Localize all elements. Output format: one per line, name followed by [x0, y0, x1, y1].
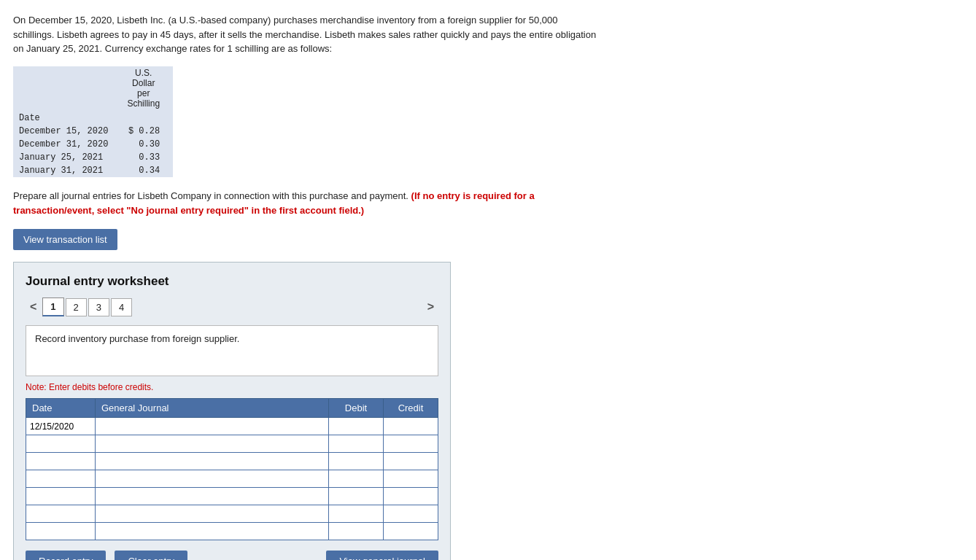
input-date-7[interactable]	[26, 523, 95, 540]
cell-credit-3[interactable]	[384, 453, 438, 470]
transaction-description-text: Record inventory purchase from foreign s…	[35, 333, 239, 344]
input-journal-7[interactable]	[96, 523, 328, 540]
input-journal-5[interactable]	[96, 488, 328, 505]
input-debit-5[interactable]	[329, 488, 383, 505]
exchange-date-3: January 25, 2021	[13, 151, 121, 164]
cell-credit-5[interactable]	[384, 488, 438, 505]
cell-journal-1[interactable]	[96, 418, 329, 435]
table-row	[26, 488, 438, 505]
input-date-6[interactable]	[26, 505, 95, 522]
cell-date-3[interactable]	[26, 453, 96, 470]
input-date-1[interactable]	[26, 418, 95, 435]
cell-debit-1[interactable]	[329, 418, 384, 435]
tab-navigation: < 1 2 3 4 >	[26, 298, 438, 316]
cell-date-2[interactable]	[26, 435, 96, 453]
col-header-debit: Debit	[329, 399, 384, 418]
input-debit-6[interactable]	[329, 505, 383, 522]
view-transaction-list-button[interactable]: View transaction list	[13, 229, 117, 250]
instruction-text: Prepare all journal entries for Lisbeth …	[13, 189, 582, 219]
exchange-date-4: January 31, 2021	[13, 164, 121, 177]
tab-4[interactable]: 4	[111, 298, 132, 316]
table-row	[26, 435, 438, 453]
input-date-5[interactable]	[26, 488, 95, 505]
cell-date-4[interactable]	[26, 470, 96, 488]
input-debit-3[interactable]	[329, 453, 383, 470]
cell-date-6[interactable]	[26, 505, 96, 523]
cell-credit-6[interactable]	[384, 505, 438, 523]
exchange-value-4: 0.34	[121, 164, 173, 177]
exchange-value-header: U.S.DollarperSchilling	[121, 66, 173, 112]
table-row	[26, 418, 438, 435]
input-date-3[interactable]	[26, 453, 95, 470]
table-row	[26, 523, 438, 540]
cell-date-7[interactable]	[26, 523, 96, 540]
cell-credit-4[interactable]	[384, 470, 438, 488]
input-journal-3[interactable]	[96, 453, 328, 470]
input-credit-3[interactable]	[384, 453, 438, 470]
input-credit-1[interactable]	[384, 418, 438, 435]
exchange-label-date: Date	[13, 112, 121, 125]
instruction-normal: Prepare all journal entries for Lisbeth …	[13, 190, 408, 201]
cell-debit-7[interactable]	[329, 523, 384, 540]
problem-text: On December 15, 2020, Lisbeth Inc. (a U.…	[13, 13, 597, 56]
input-debit-2[interactable]	[329, 435, 383, 452]
cell-date-5[interactable]	[26, 488, 96, 505]
input-journal-2[interactable]	[96, 435, 328, 452]
input-journal-1[interactable]	[96, 418, 328, 435]
tab-next-button[interactable]: >	[423, 299, 438, 315]
action-buttons: Record entry Clear entry View general jo…	[26, 551, 438, 560]
cell-journal-5[interactable]	[96, 488, 329, 505]
cell-journal-3[interactable]	[96, 453, 329, 470]
journal-entry-table: Date General Journal Debit Credit	[26, 398, 438, 540]
tab-2[interactable]: 2	[66, 298, 87, 316]
worksheet-title: Journal entry worksheet	[26, 274, 438, 289]
tab-prev-button[interactable]: <	[26, 299, 41, 315]
cell-debit-3[interactable]	[329, 453, 384, 470]
tab-1[interactable]: 1	[42, 298, 63, 316]
cell-credit-1[interactable]	[384, 418, 438, 435]
col-header-credit: Credit	[384, 399, 438, 418]
input-date-2[interactable]	[26, 435, 95, 452]
input-journal-4[interactable]	[96, 470, 328, 487]
input-debit-1[interactable]	[329, 418, 383, 435]
cell-debit-6[interactable]	[329, 505, 384, 523]
input-debit-4[interactable]	[329, 470, 383, 487]
table-row	[26, 453, 438, 470]
col-header-journal: General Journal	[96, 399, 329, 418]
exchange-rate-table: U.S.DollarperSchilling Date December 15,…	[13, 66, 173, 177]
input-credit-7[interactable]	[384, 523, 438, 540]
problem-description: On December 15, 2020, Lisbeth Inc. (a U.…	[13, 15, 596, 54]
note-text: Note: Enter debits before credits.	[26, 382, 438, 392]
cell-debit-5[interactable]	[329, 488, 384, 505]
cell-date-1[interactable]	[26, 418, 96, 435]
record-entry-button[interactable]: Record entry	[26, 551, 106, 560]
cell-debit-2[interactable]	[329, 435, 384, 453]
clear-entry-button[interactable]: Clear entry	[115, 551, 187, 560]
exchange-date-1: December 15, 2020	[13, 125, 121, 138]
cell-journal-7[interactable]	[96, 523, 329, 540]
exchange-value-1: $ 0.28	[121, 125, 173, 138]
journal-entry-worksheet: Journal entry worksheet < 1 2 3 4 > Reco…	[13, 262, 451, 560]
input-date-4[interactable]	[26, 470, 95, 487]
tab-3[interactable]: 3	[88, 298, 109, 316]
exchange-value-2: 0.30	[121, 138, 173, 151]
input-credit-2[interactable]	[384, 435, 438, 452]
cell-credit-2[interactable]	[384, 435, 438, 453]
table-row	[26, 505, 438, 523]
input-journal-6[interactable]	[96, 505, 328, 522]
exchange-value-3: 0.33	[121, 151, 173, 164]
cell-journal-6[interactable]	[96, 505, 329, 523]
input-debit-7[interactable]	[329, 523, 383, 540]
cell-journal-4[interactable]	[96, 470, 329, 488]
input-credit-5[interactable]	[384, 488, 438, 505]
cell-journal-2[interactable]	[96, 435, 329, 453]
table-row	[26, 470, 438, 488]
input-credit-4[interactable]	[384, 470, 438, 487]
view-general-journal-button[interactable]: View general journal	[326, 551, 438, 560]
exchange-date-header	[13, 66, 121, 112]
transaction-description: Record inventory purchase from foreign s…	[26, 325, 438, 376]
cell-credit-7[interactable]	[384, 523, 438, 540]
input-credit-6[interactable]	[384, 505, 438, 522]
exchange-label-value	[121, 112, 173, 125]
cell-debit-4[interactable]	[329, 470, 384, 488]
